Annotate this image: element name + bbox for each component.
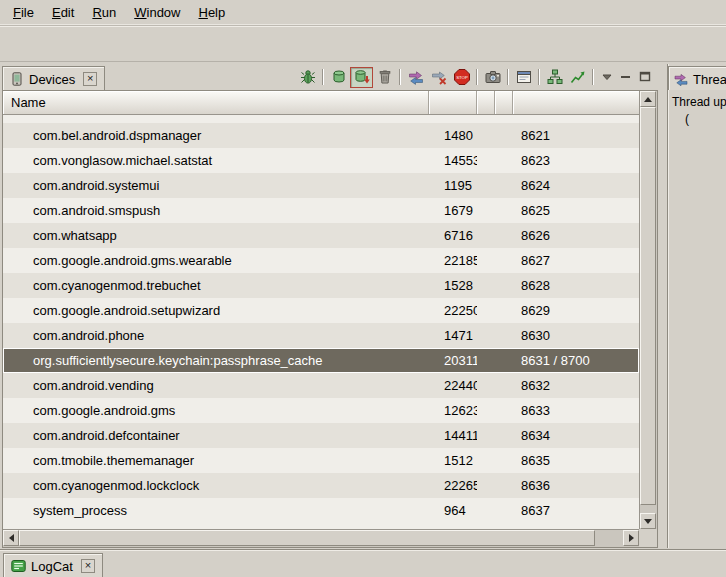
vertical-scrollbar[interactable]	[639, 91, 657, 529]
process-heap-cell	[477, 248, 495, 273]
tab-devices-close-icon[interactable]: ×	[83, 72, 97, 86]
process-row[interactable]: com.whatsapp 6716 8626	[3, 223, 639, 248]
tab-logcat-close-icon[interactable]: ×	[81, 559, 95, 573]
process-pid: 22185	[429, 248, 477, 273]
process-pid: 1679	[429, 198, 477, 223]
dump-hprof-button[interactable]	[350, 67, 373, 88]
menu-help[interactable]: Help	[189, 1, 234, 24]
update-heap-button[interactable]	[327, 67, 350, 88]
process-threads-cell	[495, 248, 513, 273]
process-heap-cell	[477, 273, 495, 298]
maximize-view-button[interactable]	[635, 68, 654, 87]
process-threads-cell	[495, 473, 513, 498]
hierarchy-view-icon	[547, 69, 563, 85]
process-pid: 22265	[429, 473, 477, 498]
process-row[interactable]: com.vonglasow.michael.satstat 14553 8623	[3, 148, 639, 173]
dump-threads-button[interactable]	[427, 67, 450, 88]
stop-icon-label: STOP	[456, 75, 468, 80]
debug-process-button[interactable]	[296, 67, 319, 88]
process-row[interactable]: com.android.systemui 1195 8624	[3, 173, 639, 198]
process-row[interactable]: com.google.android.gms 12623 8633	[3, 398, 639, 423]
horizontal-scrollbar-thumb[interactable]	[19, 530, 595, 546]
menu-file[interactable]: File	[4, 1, 43, 24]
column-header-name[interactable]: Name	[3, 91, 429, 114]
scroll-left-button[interactable]	[3, 530, 19, 546]
cause-gc-button[interactable]	[373, 67, 396, 88]
hierarchy-view-button[interactable]	[543, 67, 566, 88]
logcat-icon	[11, 559, 26, 573]
process-name: com.bel.android.dspmanager	[3, 123, 429, 148]
process-pid: 20311	[429, 348, 477, 373]
tab-logcat[interactable]: LogCat ×	[3, 553, 103, 577]
process-row[interactable]: com.android.smspush 1679 8625	[3, 198, 639, 223]
process-port: 8628	[513, 273, 639, 298]
arrow-down-icon	[644, 519, 652, 524]
process-heap-cell	[477, 448, 495, 473]
process-name: com.google.android.gms.wearable	[3, 248, 429, 273]
process-heap-cell	[477, 198, 495, 223]
process-port: 8630	[513, 323, 639, 348]
process-port: 8635	[513, 448, 639, 473]
horizontal-scrollbar[interactable]	[3, 529, 639, 547]
process-heap-cell	[477, 373, 495, 398]
process-row[interactable]: com.bel.android.dspmanager 1480 8621	[3, 123, 639, 148]
menu-edit[interactable]: Edit	[43, 1, 83, 24]
process-port: 8631 / 8700	[513, 348, 639, 373]
column-header-threads[interactable]	[495, 91, 513, 114]
menu-window[interactable]: Window	[125, 1, 189, 24]
screen-capture-icon	[485, 69, 501, 85]
minimize-view-button[interactable]	[616, 68, 635, 87]
threads-tabstrip: Threa	[668, 64, 726, 90]
process-row[interactable]: com.android.defcontainer 14411 8634	[3, 423, 639, 448]
system-info-button[interactable]	[512, 67, 535, 88]
process-threads-cell	[495, 448, 513, 473]
method-profiling-icon	[570, 69, 586, 85]
process-threads-cell	[495, 323, 513, 348]
process-threads-cell	[495, 423, 513, 448]
process-threads-cell	[495, 173, 513, 198]
process-row[interactable]: com.google.android.gms.wearable 22185 86…	[3, 248, 639, 273]
process-name: com.android.vending	[3, 373, 429, 398]
process-row[interactable]: system_process 964 8637	[3, 498, 639, 523]
partial-row	[3, 115, 639, 123]
process-name: org.sufficientlysecure.keychain:passphra…	[3, 348, 429, 373]
threads-icon	[674, 72, 688, 86]
scroll-up-button[interactable]	[640, 91, 656, 107]
threads-message: Thread up (	[672, 95, 726, 126]
process-port: 8634	[513, 423, 639, 448]
process-threads-cell	[495, 348, 513, 373]
process-row[interactable]: com.android.vending 22440 8632	[3, 373, 639, 398]
tab-devices[interactable]: Devices ×	[2, 66, 105, 90]
view-menu-button[interactable]	[597, 68, 616, 87]
column-header-heap[interactable]	[477, 91, 495, 114]
vertical-scrollbar-thumb[interactable]	[640, 107, 656, 505]
process-row[interactable]: com.cyanogenmod.lockclock 22265 8636	[3, 473, 639, 498]
device-icon	[10, 72, 24, 86]
process-row[interactable]: com.google.android.setupwizard 22250 862…	[3, 298, 639, 323]
process-row[interactable]: com.android.phone 1471 8630	[3, 323, 639, 348]
process-name: com.android.phone	[3, 323, 429, 348]
process-heap-cell	[477, 348, 495, 373]
screen-capture-button[interactable]	[481, 67, 504, 88]
process-pid: 6716	[429, 223, 477, 248]
system-info-icon	[516, 69, 532, 85]
method-profiling-button[interactable]	[566, 67, 589, 88]
devices-toolbar: STOP	[296, 65, 660, 89]
update-threads-button[interactable]	[404, 67, 427, 88]
process-row[interactable]: org.sufficientlysecure.keychain:passphra…	[3, 348, 639, 373]
process-row[interactable]: com.tmobile.thememanager 1512 8635	[3, 448, 639, 473]
scroll-down-button[interactable]	[640, 513, 656, 529]
process-row[interactable]: com.cyanogenmod.trebuchet 1528 8628	[3, 273, 639, 298]
process-name: com.cyanogenmod.lockclock	[3, 473, 429, 498]
process-heap-cell	[477, 223, 495, 248]
process-threads-cell	[495, 198, 513, 223]
maximize-icon	[637, 69, 653, 85]
scroll-right-button[interactable]	[623, 530, 639, 546]
stop-process-button[interactable]: STOP	[450, 67, 473, 88]
main-toolbar	[0, 26, 726, 62]
process-port: 8623	[513, 148, 639, 173]
tab-threads[interactable]: Threa	[668, 66, 726, 90]
column-header-pid[interactable]	[429, 91, 477, 114]
menu-run[interactable]: Run	[83, 1, 125, 24]
column-header-port[interactable]	[513, 91, 639, 114]
